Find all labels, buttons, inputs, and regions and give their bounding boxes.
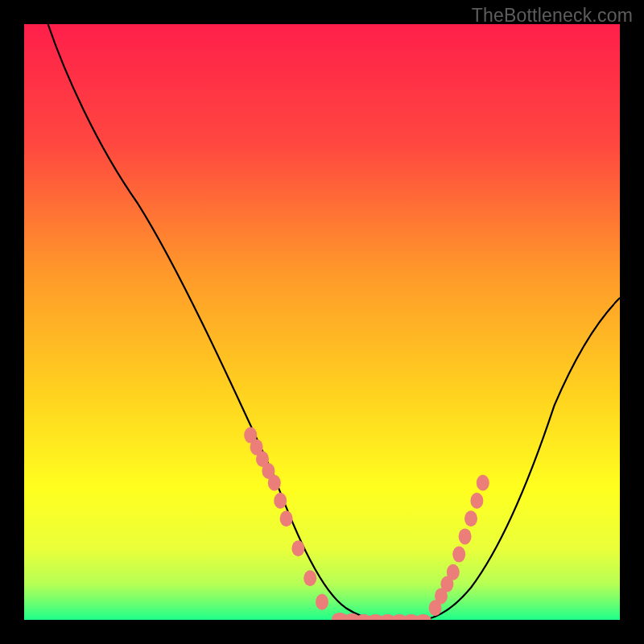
chart-stage: TheBottleneck.com	[0, 0, 644, 644]
marker-dot	[477, 475, 489, 491]
marker-dot	[303, 570, 316, 586]
marker-cluster-bottom	[332, 613, 431, 620]
marker-dot	[316, 594, 328, 610]
marker-dot	[459, 528, 472, 544]
marker-dot	[291, 540, 304, 556]
marker-dot	[268, 475, 281, 491]
marker-dot	[280, 510, 293, 526]
marker-dot	[464, 510, 477, 526]
plot-area	[24, 24, 620, 620]
marker-cluster-left	[244, 427, 328, 610]
marker-cluster-right	[429, 475, 489, 616]
marker-dot	[274, 493, 287, 509]
bottleneck-curve	[48, 24, 620, 620]
marker-dot	[470, 493, 483, 509]
marker-dot	[447, 564, 460, 580]
curve-layer	[24, 24, 620, 620]
watermark-text: TheBottleneck.com	[472, 5, 633, 27]
marker-dot	[415, 614, 431, 620]
marker-dot	[452, 547, 465, 563]
